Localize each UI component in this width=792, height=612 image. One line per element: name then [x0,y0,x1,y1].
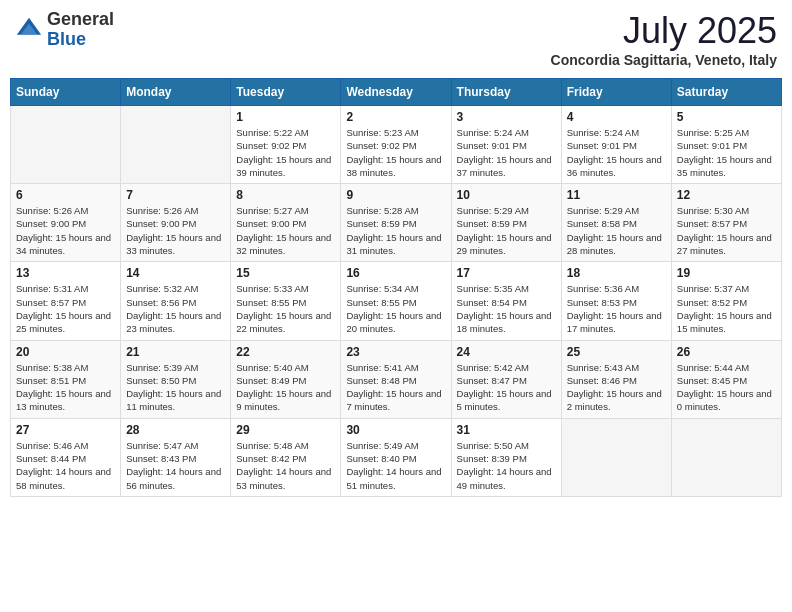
day-info: Sunrise: 5:47 AM Sunset: 8:43 PM Dayligh… [126,439,225,492]
day-info: Sunrise: 5:39 AM Sunset: 8:50 PM Dayligh… [126,361,225,414]
calendar-cell: 7Sunrise: 5:26 AM Sunset: 9:00 PM Daylig… [121,184,231,262]
calendar-cell: 8Sunrise: 5:27 AM Sunset: 9:00 PM Daylig… [231,184,341,262]
day-info: Sunrise: 5:42 AM Sunset: 8:47 PM Dayligh… [457,361,556,414]
day-info: Sunrise: 5:35 AM Sunset: 8:54 PM Dayligh… [457,282,556,335]
day-info: Sunrise: 5:28 AM Sunset: 8:59 PM Dayligh… [346,204,445,257]
calendar-week-3: 13Sunrise: 5:31 AM Sunset: 8:57 PM Dayli… [11,262,782,340]
calendar-cell: 10Sunrise: 5:29 AM Sunset: 8:59 PM Dayli… [451,184,561,262]
day-info: Sunrise: 5:41 AM Sunset: 8:48 PM Dayligh… [346,361,445,414]
day-number: 27 [16,423,115,437]
day-number: 28 [126,423,225,437]
calendar-cell: 31Sunrise: 5:50 AM Sunset: 8:39 PM Dayli… [451,418,561,496]
day-number: 21 [126,345,225,359]
day-info: Sunrise: 5:44 AM Sunset: 8:45 PM Dayligh… [677,361,776,414]
day-number: 7 [126,188,225,202]
day-info: Sunrise: 5:30 AM Sunset: 8:57 PM Dayligh… [677,204,776,257]
day-info: Sunrise: 5:38 AM Sunset: 8:51 PM Dayligh… [16,361,115,414]
calendar-table: SundayMondayTuesdayWednesdayThursdayFrid… [10,78,782,497]
logo-general-text: General [47,10,114,30]
day-info: Sunrise: 5:26 AM Sunset: 9:00 PM Dayligh… [16,204,115,257]
day-number: 26 [677,345,776,359]
calendar-cell: 27Sunrise: 5:46 AM Sunset: 8:44 PM Dayli… [11,418,121,496]
calendar-week-1: 1Sunrise: 5:22 AM Sunset: 9:02 PM Daylig… [11,106,782,184]
weekday-header-friday: Friday [561,79,671,106]
calendar-cell: 20Sunrise: 5:38 AM Sunset: 8:51 PM Dayli… [11,340,121,418]
day-number: 19 [677,266,776,280]
day-number: 23 [346,345,445,359]
calendar-week-2: 6Sunrise: 5:26 AM Sunset: 9:00 PM Daylig… [11,184,782,262]
day-info: Sunrise: 5:49 AM Sunset: 8:40 PM Dayligh… [346,439,445,492]
weekday-header-thursday: Thursday [451,79,561,106]
calendar-cell: 14Sunrise: 5:32 AM Sunset: 8:56 PM Dayli… [121,262,231,340]
calendar-cell: 2Sunrise: 5:23 AM Sunset: 9:02 PM Daylig… [341,106,451,184]
day-number: 22 [236,345,335,359]
calendar-cell: 28Sunrise: 5:47 AM Sunset: 8:43 PM Dayli… [121,418,231,496]
weekday-header-sunday: Sunday [11,79,121,106]
logo-icon [15,16,43,44]
calendar-cell: 22Sunrise: 5:40 AM Sunset: 8:49 PM Dayli… [231,340,341,418]
day-number: 9 [346,188,445,202]
day-number: 30 [346,423,445,437]
weekday-header-tuesday: Tuesday [231,79,341,106]
day-number: 15 [236,266,335,280]
calendar-cell: 1Sunrise: 5:22 AM Sunset: 9:02 PM Daylig… [231,106,341,184]
calendar-cell: 15Sunrise: 5:33 AM Sunset: 8:55 PM Dayli… [231,262,341,340]
day-info: Sunrise: 5:31 AM Sunset: 8:57 PM Dayligh… [16,282,115,335]
calendar-cell: 4Sunrise: 5:24 AM Sunset: 9:01 PM Daylig… [561,106,671,184]
day-number: 14 [126,266,225,280]
day-number: 16 [346,266,445,280]
logo: General Blue [15,10,114,50]
calendar-cell: 3Sunrise: 5:24 AM Sunset: 9:01 PM Daylig… [451,106,561,184]
day-number: 3 [457,110,556,124]
calendar-cell: 5Sunrise: 5:25 AM Sunset: 9:01 PM Daylig… [671,106,781,184]
calendar-cell: 13Sunrise: 5:31 AM Sunset: 8:57 PM Dayli… [11,262,121,340]
day-number: 29 [236,423,335,437]
day-number: 25 [567,345,666,359]
day-number: 6 [16,188,115,202]
calendar-cell: 18Sunrise: 5:36 AM Sunset: 8:53 PM Dayli… [561,262,671,340]
weekday-header-monday: Monday [121,79,231,106]
month-title: July 2025 [551,10,777,52]
calendar-cell [11,106,121,184]
calendar-cell: 19Sunrise: 5:37 AM Sunset: 8:52 PM Dayli… [671,262,781,340]
calendar-cell: 23Sunrise: 5:41 AM Sunset: 8:48 PM Dayli… [341,340,451,418]
calendar-cell: 29Sunrise: 5:48 AM Sunset: 8:42 PM Dayli… [231,418,341,496]
calendar-cell: 9Sunrise: 5:28 AM Sunset: 8:59 PM Daylig… [341,184,451,262]
calendar-cell: 26Sunrise: 5:44 AM Sunset: 8:45 PM Dayli… [671,340,781,418]
day-number: 11 [567,188,666,202]
day-number: 24 [457,345,556,359]
day-number: 4 [567,110,666,124]
day-number: 1 [236,110,335,124]
day-info: Sunrise: 5:24 AM Sunset: 9:01 PM Dayligh… [457,126,556,179]
day-number: 17 [457,266,556,280]
day-info: Sunrise: 5:33 AM Sunset: 8:55 PM Dayligh… [236,282,335,335]
day-number: 2 [346,110,445,124]
day-info: Sunrise: 5:22 AM Sunset: 9:02 PM Dayligh… [236,126,335,179]
day-info: Sunrise: 5:32 AM Sunset: 8:56 PM Dayligh… [126,282,225,335]
weekday-header-row: SundayMondayTuesdayWednesdayThursdayFrid… [11,79,782,106]
day-info: Sunrise: 5:46 AM Sunset: 8:44 PM Dayligh… [16,439,115,492]
day-number: 10 [457,188,556,202]
weekday-header-saturday: Saturday [671,79,781,106]
day-number: 20 [16,345,115,359]
day-number: 31 [457,423,556,437]
day-info: Sunrise: 5:25 AM Sunset: 9:01 PM Dayligh… [677,126,776,179]
page-header: General Blue July 2025 Concordia Sagitta… [10,10,782,68]
calendar-cell: 30Sunrise: 5:49 AM Sunset: 8:40 PM Dayli… [341,418,451,496]
logo-blue-text: Blue [47,30,114,50]
calendar-cell [561,418,671,496]
weekday-header-wednesday: Wednesday [341,79,451,106]
title-block: July 2025 Concordia Sagittaria, Veneto, … [551,10,777,68]
calendar-cell: 17Sunrise: 5:35 AM Sunset: 8:54 PM Dayli… [451,262,561,340]
day-info: Sunrise: 5:50 AM Sunset: 8:39 PM Dayligh… [457,439,556,492]
day-info: Sunrise: 5:34 AM Sunset: 8:55 PM Dayligh… [346,282,445,335]
calendar-week-4: 20Sunrise: 5:38 AM Sunset: 8:51 PM Dayli… [11,340,782,418]
day-number: 12 [677,188,776,202]
day-info: Sunrise: 5:24 AM Sunset: 9:01 PM Dayligh… [567,126,666,179]
calendar-cell: 24Sunrise: 5:42 AM Sunset: 8:47 PM Dayli… [451,340,561,418]
calendar-cell: 25Sunrise: 5:43 AM Sunset: 8:46 PM Dayli… [561,340,671,418]
calendar-cell: 12Sunrise: 5:30 AM Sunset: 8:57 PM Dayli… [671,184,781,262]
day-info: Sunrise: 5:48 AM Sunset: 8:42 PM Dayligh… [236,439,335,492]
calendar-cell: 16Sunrise: 5:34 AM Sunset: 8:55 PM Dayli… [341,262,451,340]
day-number: 13 [16,266,115,280]
